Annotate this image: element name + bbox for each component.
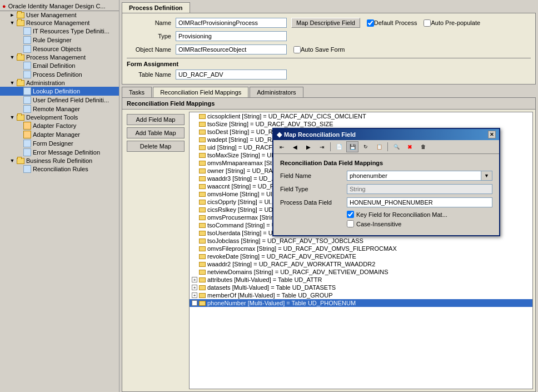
sidebar-item-it-resources[interactable]: IT Resources Type Definiti... <box>0 27 119 36</box>
map-recon-field-modal: ◆ Map Reconciliation Field ✕ ⇤ ◀ ▶ ⇥ 📄 💾… <box>272 128 500 236</box>
list-item[interactable]: tsoSize [String] = UD_RACF_ADV_TSO_SIZE <box>190 120 532 128</box>
list-item[interactable]: waaddr2 [String] = UD_RACF_ADV_WORKATTR_… <box>190 260 532 268</box>
sidebar-item-user-management[interactable]: ► User Management <box>0 11 119 19</box>
expand-button[interactable]: + <box>192 292 197 298</box>
folder-icon <box>199 114 206 119</box>
case-insensitive-checkbox[interactable] <box>347 220 354 227</box>
sidebar-item-form-designer[interactable]: Form Designer <box>0 139 119 148</box>
list-item[interactable]: +memberOf [Multi-Valued] = Table UD_GROU… <box>190 291 532 299</box>
sidebar-item-resource-management[interactable]: ▼ Resource Management <box>0 19 119 27</box>
list-item[interactable]: +datasets [Multi-Valued] = Table UD_DATA… <box>190 284 532 291</box>
item-text: revokeDate [String] = UD_RACF_ADV_REVOKE… <box>207 253 356 260</box>
sidebar-item-recon-rules[interactable]: Reconciliation Rules <box>0 165 119 173</box>
item-icon <box>23 96 31 104</box>
sidebar-item-email-definition[interactable]: Email Definition <box>0 61 119 70</box>
add-table-map-button[interactable]: Add Table Map <box>127 127 185 138</box>
sidebar-item-administration[interactable]: ▼ Administration <box>0 79 119 87</box>
folder-icon <box>17 20 24 26</box>
list-item[interactable]: tsoJobclass [String] = UD_RACF_ADV_TSO_J… <box>190 237 532 245</box>
tab-administrators[interactable]: Administrators <box>250 87 303 97</box>
item-text: datasets [Multi-Valued] = Table UD_DATAS… <box>207 284 336 291</box>
prev-button[interactable]: ◀ <box>289 141 301 152</box>
refresh-button[interactable]: ↻ <box>360 141 372 152</box>
folder-icon <box>199 270 206 275</box>
sidebar-item-process-definition[interactable]: Process Definition <box>0 70 119 79</box>
name-input[interactable] <box>176 18 287 28</box>
toolbar-separator-2 <box>387 142 388 151</box>
list-item[interactable]: +attributes [Multi-Valued] = Table UD_AT… <box>190 276 532 284</box>
table-name-label: Table Name <box>127 71 171 78</box>
map-descriptive-field-button[interactable]: Map Descriptive Field <box>291 18 360 28</box>
modal-close-button[interactable]: ✕ <box>488 131 496 138</box>
expand-button[interactable]: + <box>192 300 197 306</box>
expand-button[interactable]: + <box>192 285 197 290</box>
next-button[interactable]: ▶ <box>302 141 315 152</box>
copy-button[interactable]: 📋 <box>373 141 385 152</box>
sidebar-item-adapter-manager[interactable]: Adapter Manager <box>0 130 119 139</box>
field-type-input[interactable] <box>347 184 492 194</box>
folder-icon <box>199 200 206 205</box>
item-icon <box>23 105 31 113</box>
sidebar-item-rule-designer[interactable]: Rule Designer <box>0 36 119 44</box>
item-text: omvsFileprocmax [String] = UD_RACF_ADV_O… <box>207 245 397 252</box>
expand-icon <box>16 122 22 129</box>
sidebar-item-resource-objects[interactable]: Resource Objects <box>0 44 119 53</box>
tab-recon-field-mappings[interactable]: Reconciliation Field Mappings <box>153 87 248 97</box>
list-item[interactable]: +phoneNumber [Multi-Valued] = Table UD_P… <box>190 299 532 307</box>
sidebar-item-remote-manager[interactable]: Remote Manager <box>0 105 119 113</box>
tab-label: Administrators <box>257 89 296 96</box>
sidebar-item-error-message[interactable]: Error Message Definition <box>0 148 119 157</box>
list-item[interactable]: cicsoplclient [String] = UD_RACF_ADV_CIC… <box>190 112 532 120</box>
expand-icon <box>16 62 22 69</box>
expand-button[interactable]: + <box>192 277 197 282</box>
folder-icon <box>17 54 24 61</box>
sidebar-label: Process Management <box>26 54 86 61</box>
delete-map-button[interactable]: Delete Map <box>127 141 185 152</box>
expand-icon: ▼ <box>9 19 16 26</box>
new-button[interactable]: 📄 <box>333 141 345 152</box>
list-item[interactable]: netviewDomains [String] = UD_RACF_ADV_NE… <box>190 268 532 276</box>
sidebar-label: Resource Objects <box>33 46 81 52</box>
key-field-label: Key Field for Reconciliation Mat... <box>356 211 447 218</box>
sidebar-item-user-defined[interactable]: User Defined Field Definiti... <box>0 96 119 105</box>
default-process-checkbox[interactable] <box>367 19 374 27</box>
item-text: attributes [Multi-Valued] = Table UD_ATT… <box>207 276 322 283</box>
sidebar-item-adapter-factory[interactable]: Adapter Factory <box>0 121 119 130</box>
expand-icon <box>16 166 22 172</box>
tab-process-definition[interactable]: Process Definition <box>122 2 190 13</box>
sidebar-label: Remote Manager <box>33 106 80 112</box>
item-text: waaccnt [String] = UD_R... <box>207 183 280 190</box>
field-name-input-group: ▼ <box>347 171 492 181</box>
last-button[interactable]: ⇥ <box>316 141 328 152</box>
main-tab-bar: Process Definition <box>119 0 538 13</box>
list-item[interactable]: omvsFileprocmax [String] = UD_RACF_ADV_O… <box>190 245 532 252</box>
item-icon <box>23 27 31 35</box>
find-button[interactable]: 🔍 <box>390 141 402 152</box>
sidebar: ● Oracle Identity Manager Design C... ► … <box>0 0 119 392</box>
auto-save-checkbox[interactable] <box>293 46 301 53</box>
table-name-input[interactable] <box>176 70 287 80</box>
type-input[interactable] <box>176 31 287 41</box>
sidebar-item-business-rule[interactable]: ▼ Business Rule Definition <box>0 157 119 165</box>
delete-button[interactable]: ✖ <box>404 141 416 152</box>
add-field-map-button[interactable]: Add Field Map <box>127 114 185 125</box>
folder-icon <box>199 130 206 135</box>
auto-prepopulate-checkbox[interactable] <box>424 19 431 27</box>
oracle-logo: ● <box>2 3 6 9</box>
key-field-checkbox[interactable] <box>347 211 354 218</box>
list-item[interactable]: revokeDate [String] = UD_RACF_ADV_REVOKE… <box>190 252 532 260</box>
object-name-input[interactable] <box>176 44 287 54</box>
tab-tasks[interactable]: Tasks <box>122 87 152 97</box>
sidebar-item-lookup-definition[interactable]: Lookup Definition <box>0 87 119 96</box>
clear-button[interactable]: 🗑 <box>417 141 429 152</box>
field-name-input[interactable] <box>347 171 481 181</box>
item-text: tsoSize [String] = UD_RACF_ADV_TSO_SIZE <box>207 121 333 127</box>
sidebar-item-dev-tools[interactable]: ▼ Development Tools <box>0 113 119 121</box>
save-button[interactable]: 💾 <box>346 141 358 152</box>
sidebar-item-process-management[interactable]: ▼ Process Management <box>0 53 119 61</box>
item-text: uid [String] = UD_RACF... <box>207 144 277 151</box>
first-button[interactable]: ⇤ <box>276 141 288 152</box>
process-data-field-input[interactable] <box>347 197 492 207</box>
field-name-dropdown-button[interactable]: ▼ <box>481 171 492 181</box>
process-data-field-label: Process Data Field <box>280 199 347 206</box>
